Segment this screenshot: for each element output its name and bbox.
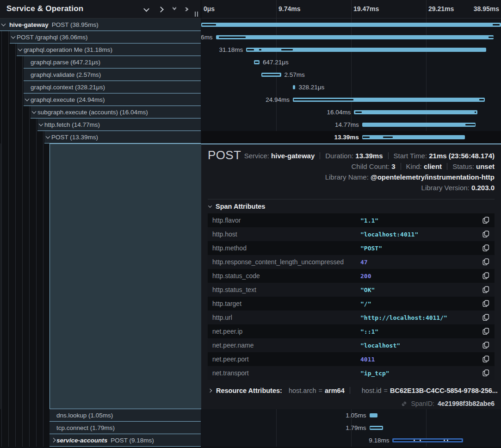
attribute-row: http.status_code200 xyxy=(208,269,495,283)
attribute-value: "OK" xyxy=(360,286,375,293)
divider xyxy=(208,199,495,199)
attribute-key: net.peer.ip xyxy=(212,328,242,335)
chevron-right-icon[interactable] xyxy=(51,438,56,442)
timeline-row[interactable]: 9.18ms xyxy=(201,434,501,447)
meta-label: Status: xyxy=(452,162,476,170)
chevron-down-icon[interactable] xyxy=(18,47,23,51)
collapse-one-button[interactable] xyxy=(155,4,167,15)
copy-button[interactable] xyxy=(482,286,490,293)
copy-button[interactable] xyxy=(482,244,490,252)
selected-span-left-region[interactable] xyxy=(49,143,201,409)
attribute-value: "/" xyxy=(360,300,371,307)
copy-button[interactable] xyxy=(482,314,490,321)
span-tree-row[interactable]: graphql.operation Me (31.18ms) xyxy=(0,44,201,56)
copy-button[interactable] xyxy=(482,342,490,349)
span-bar[interactable] xyxy=(293,85,295,89)
copy-button[interactable] xyxy=(482,300,490,307)
operation-label: graphql.context (328.21μs) xyxy=(31,84,105,91)
meta-value: client xyxy=(424,162,442,170)
timeline-row[interactable]: 13.39ms xyxy=(201,131,501,143)
copy-button[interactable] xyxy=(482,272,490,280)
resource-attributes-toggle[interactable]: Resource Attributes: host.arch=arm64host… xyxy=(209,387,498,394)
span-bar[interactable] xyxy=(362,123,476,127)
span-tree-row[interactable]: graphql.validate (2.57ms) xyxy=(0,68,201,81)
meta-value: 13.39ms xyxy=(355,152,383,160)
timeline-row[interactable]: 24.94ms xyxy=(201,93,501,106)
span-tree-row[interactable]: hive-gatewayPOST (38.95ms) xyxy=(0,19,201,31)
copy-button[interactable] xyxy=(482,355,490,363)
duration-label: 36.06ms xyxy=(201,34,213,41)
timeline-row[interactable]: 1.05ms xyxy=(201,409,501,422)
span-tree-row[interactable]: graphql.execute (24.94ms) xyxy=(0,93,201,106)
copy-button[interactable] xyxy=(482,217,490,224)
operation-label: POST /graphql (36.06ms) xyxy=(17,34,88,41)
copy-button[interactable] xyxy=(482,230,490,238)
span-bar[interactable] xyxy=(370,413,377,417)
span-tree-row[interactable]: http.fetch (14.77ms) xyxy=(0,118,201,131)
copy-button[interactable] xyxy=(482,369,490,377)
chevron-right-icon xyxy=(208,389,212,392)
operation-label: subgraph.execute (accounts) (16.04ms) xyxy=(37,109,148,116)
copy-button[interactable] xyxy=(482,258,490,266)
trace-viewer: Service & Operation 0μs9.74ms19.47ms29.2… xyxy=(0,0,501,448)
chevron-down-icon[interactable] xyxy=(11,34,16,39)
duration-label: 24.94ms xyxy=(266,96,290,103)
copy-icon xyxy=(482,342,489,349)
panel-resize-handle[interactable] xyxy=(194,12,199,17)
meta-label: Child Count: xyxy=(352,162,392,170)
indent-guides xyxy=(0,143,49,409)
chevron-down-icon[interactable] xyxy=(1,22,6,26)
span-rows-top: hive-gatewayPOST (38.95ms)38.95msPOST /g… xyxy=(0,19,501,143)
span-attributes-toggle[interactable]: Span Attributes xyxy=(209,203,265,210)
meta-value: 3 xyxy=(391,162,395,170)
timeline-row[interactable]: 36.06ms xyxy=(201,31,501,44)
span-bar[interactable] xyxy=(216,35,494,39)
meta-label: Library Version: xyxy=(421,184,471,192)
timeline-row[interactable]: 14.77ms xyxy=(201,118,501,131)
span-bar[interactable] xyxy=(201,23,501,27)
span-tree-row[interactable]: graphql.parse (647.21μs) xyxy=(0,56,201,68)
span-tree-row[interactable]: tcp.connect (1.79ms) xyxy=(0,422,201,434)
timeline-row[interactable]: 38.95ms xyxy=(201,19,501,31)
timeline-row[interactable]: 328.21μs xyxy=(201,81,501,93)
timeline-row[interactable]: 2.57ms xyxy=(201,68,501,81)
link-icon[interactable] xyxy=(401,400,408,407)
span-tree-row[interactable]: dns.lookup (1.05ms) xyxy=(0,409,201,422)
duration-label: 328.21μs xyxy=(298,84,324,91)
span-tree-row[interactable]: graphql.context (328.21μs) xyxy=(0,81,201,93)
span-bar[interactable] xyxy=(362,135,465,139)
attribute-value: 200 xyxy=(360,273,371,280)
span-tree-row[interactable]: POST /graphql (36.06ms) xyxy=(0,31,201,44)
meta-label: Library Name: xyxy=(325,173,371,181)
attribute-value: "localhost:4011" xyxy=(360,231,418,238)
expand-one-button[interactable] xyxy=(140,4,152,15)
copy-button[interactable] xyxy=(482,328,490,335)
chevron-down-icon[interactable] xyxy=(25,97,30,101)
expand-all-button[interactable] xyxy=(168,4,180,15)
span-attributes-table: http.flavor"1.1"http.host"localhost:4011… xyxy=(208,213,495,380)
attribute-value: "http://localhost:4011/" xyxy=(360,314,447,321)
attribute-key: http.status_code xyxy=(212,272,260,280)
timeline-row[interactable]: 16.04ms xyxy=(201,106,501,118)
chevron-down-icon[interactable] xyxy=(39,122,43,126)
duration-label: 13.39ms xyxy=(334,134,359,141)
chevron-down-icon[interactable] xyxy=(46,134,50,139)
chevron-down-icon xyxy=(143,6,149,12)
collapse-all-button[interactable] xyxy=(181,4,193,15)
copy-icon xyxy=(482,369,489,377)
operation-label: POST (38.95ms) xyxy=(52,21,99,28)
timeline-row[interactable]: 31.18ms xyxy=(201,44,501,56)
span-tree-row[interactable]: subgraph.execute (accounts) (16.04ms) xyxy=(0,106,201,118)
timeline-row[interactable]: 647.21μs xyxy=(201,56,501,68)
duration-label: 14.77ms xyxy=(335,121,359,128)
copy-icon xyxy=(482,300,489,307)
span-bar[interactable] xyxy=(354,110,477,114)
meta-label: Start Time: xyxy=(394,152,429,160)
service-operation-header: Service & Operation xyxy=(0,0,201,19)
attribute-row: net.transport"ip_tcp" xyxy=(208,366,495,380)
span-tree-row[interactable]: POST (13.39ms) xyxy=(0,131,201,143)
chevron-down-icon[interactable] xyxy=(32,109,37,114)
span-tree-row[interactable]: service-accountsPOST (9.18ms) xyxy=(0,434,201,447)
timeline-row[interactable]: 1.79ms xyxy=(201,422,501,434)
attribute-key: net.transport xyxy=(212,369,249,377)
